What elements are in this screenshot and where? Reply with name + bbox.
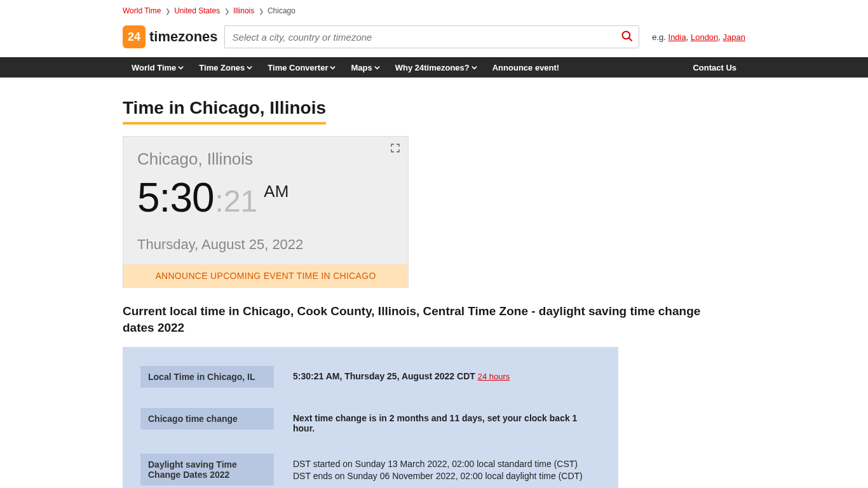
- nav-world-time[interactable]: World Time: [132, 63, 184, 72]
- svg-line-1: [629, 37, 632, 41]
- search-wrap: [224, 25, 640, 48]
- eg-link[interactable]: India: [668, 32, 686, 42]
- breadcrumb-link[interactable]: United States: [174, 6, 220, 15]
- logo[interactable]: 24 timezones: [123, 25, 218, 48]
- nav-time-converter[interactable]: Time Converter: [268, 63, 336, 72]
- time-main: 5:30: [137, 174, 214, 221]
- chevron-right-icon: ❯: [259, 8, 264, 15]
- example-links: e.g. India, London, Japan: [652, 32, 745, 42]
- eg-link[interactable]: London: [691, 32, 718, 42]
- svg-point-0: [623, 31, 630, 39]
- info-value: 5:30:21 AM, Thursday 25, August 2022 CDT…: [293, 366, 600, 381]
- info-value: Next time change is in 2 months and 11 d…: [293, 408, 600, 433]
- search-icon: [621, 30, 634, 44]
- info-value: DST started on Sunday 13 March 2022, 02:…: [293, 454, 600, 483]
- time-ampm: AM: [264, 182, 288, 201]
- info-row-local-time: Local Time in Chicago, IL 5:30:21 AM, Th…: [140, 366, 600, 388]
- logo-box: 24: [123, 25, 146, 48]
- 24-hours-link[interactable]: 24 hours: [478, 372, 510, 381]
- sub-heading: Current local time in Chicago, Cook Coun…: [123, 303, 707, 336]
- chevron-right-icon: ❯: [224, 8, 229, 15]
- chevron-down-icon: [330, 63, 336, 72]
- chevron-down-icon: [247, 63, 252, 72]
- info-label: Chicago time change: [140, 408, 274, 430]
- chevron-right-icon: ❯: [165, 8, 170, 15]
- breadcrumb-link[interactable]: World Time: [123, 6, 161, 15]
- nav-time-zones[interactable]: Time Zones: [199, 63, 252, 72]
- clock-time: 5:30 :21 AM: [137, 174, 394, 221]
- chevron-down-icon: [178, 63, 184, 72]
- info-row-dst: Daylight saving Time Change Dates 2022 D…: [140, 454, 600, 485]
- clock-city: Chicago, Illinois: [137, 149, 394, 169]
- eg-link[interactable]: Japan: [723, 32, 745, 42]
- time-seconds: :21: [215, 184, 258, 219]
- info-label: Daylight saving Time Change Dates 2022: [140, 454, 274, 485]
- nav-maps[interactable]: Maps: [351, 63, 379, 72]
- clock-date: Thursday, August 25, 2022: [137, 236, 394, 253]
- breadcrumb-current: Chicago: [268, 6, 295, 15]
- header: 24 timezones e.g. India, London, Japan: [123, 20, 745, 57]
- chevron-down-icon: [471, 63, 477, 72]
- info-label: Local Time in Chicago, IL: [140, 366, 274, 388]
- clock-card: Chicago, Illinois 5:30 :21 AM Thursday, …: [123, 136, 409, 288]
- search-input[interactable]: [224, 25, 640, 48]
- breadcrumb: World Time ❯ United States ❯ Illinois ❯ …: [123, 0, 745, 20]
- info-panel: Local Time in Chicago, IL 5:30:21 AM, Th…: [123, 347, 618, 488]
- page-title: Time in Chicago, Illinois: [123, 98, 326, 125]
- chevron-down-icon: [374, 63, 380, 72]
- info-row-time-change: Chicago time change Next time change is …: [140, 408, 600, 433]
- nav-announce[interactable]: Announce event!: [492, 63, 559, 72]
- nav-items: World Time Time Zones Time Converter Map…: [132, 63, 559, 72]
- expand-icon[interactable]: [390, 143, 400, 156]
- search-button[interactable]: [615, 25, 639, 48]
- nav-why[interactable]: Why 24timezones?: [395, 63, 477, 72]
- announce-button[interactable]: ANNOUNCE UPCOMING EVENT TIME IN CHICAGO: [123, 264, 408, 287]
- logo-text: timezones: [149, 29, 218, 45]
- breadcrumb-link[interactable]: Illinois: [233, 6, 254, 15]
- navbar: World Time Time Zones Time Converter Map…: [0, 57, 868, 78]
- nav-contact[interactable]: Contact Us: [693, 63, 736, 72]
